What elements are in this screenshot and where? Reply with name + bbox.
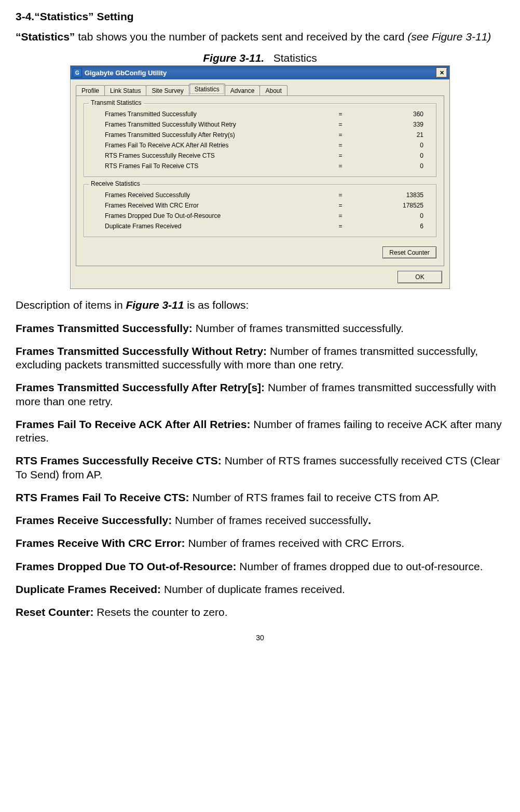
description-item: Frames Dropped Due TO Out-of-Resource: N… — [16, 560, 504, 573]
figure-text: Statistics — [273, 52, 317, 64]
ok-button[interactable]: OK — [398, 271, 442, 283]
equals-icon: = — [309, 121, 372, 128]
table-row: Frames Transmitted Successfully After Re… — [90, 130, 430, 140]
desc-term: Duplicate Frames Received: — [16, 583, 161, 595]
stat-value: 339 — [372, 121, 428, 128]
table-row: Frames Transmitted Successfully = 360 — [90, 109, 430, 119]
desc-intro-figref: Figure 3-11 — [126, 299, 184, 311]
section-heading: 3-4.“Statistics” Setting — [16, 10, 504, 23]
equals-icon: = — [309, 131, 372, 139]
dialog-window: G Gigabyte GbConfig Utility ✕ Profile Li… — [70, 65, 450, 289]
table-row: Frames Fail To Receive ACK After All Ret… — [90, 140, 430, 150]
dialog-screenshot: G Gigabyte GbConfig Utility ✕ Profile Li… — [16, 65, 504, 289]
stat-label: Frames Dropped Due To Out-of-Resource — [105, 212, 309, 219]
page-number: 30 — [16, 634, 504, 642]
tab-site-survey[interactable]: Site Survey — [146, 85, 189, 96]
desc-term: Reset Counter: — [16, 606, 94, 618]
close-icon[interactable]: ✕ — [436, 67, 447, 78]
intro-ital: (see Figure 3-11) — [407, 31, 491, 43]
titlebar: G Gigabyte GbConfig Utility ✕ — [71, 66, 449, 79]
table-row: RTS Frames Successfully Receive CTS = 0 — [90, 150, 430, 161]
desc-text: Number of frames dropped due to out-of-r… — [237, 560, 483, 572]
stat-value: 6 — [372, 223, 428, 230]
stat-label: Frames Received Successfully — [105, 191, 309, 199]
stat-value: 178525 — [372, 202, 428, 209]
description-item: Reset Counter: Resets the counter to zer… — [16, 605, 504, 619]
tab-statistics[interactable]: Statistics — [189, 84, 225, 95]
stat-value: 0 — [372, 162, 428, 170]
app-icon: G — [73, 68, 82, 77]
stat-value: 21 — [372, 131, 428, 139]
window-title: Gigabyte GbConfig Utility — [85, 69, 436, 77]
desc-term: RTS Frames Successfully Receive CTS: — [16, 455, 222, 466]
description-item: Frames Transmitted Successfully: Number … — [16, 322, 504, 335]
figure-gap — [264, 52, 273, 64]
description-intro: Description of items in Figure 3-11 is a… — [16, 298, 504, 312]
reset-counter-button[interactable]: Reset Counter — [382, 246, 436, 258]
equals-icon: = — [309, 202, 372, 209]
description-item: Frames Transmitted Successfully After Re… — [16, 381, 504, 408]
stat-label: Frames Transmitted Successfully — [105, 111, 309, 118]
desc-text: Resets the counter to zero. — [94, 606, 228, 618]
reset-button-row: Reset Counter — [84, 244, 436, 258]
desc-term: Frames Transmitted Successfully Without … — [16, 345, 267, 357]
stat-label: Duplicate Frames Received — [105, 223, 309, 230]
tab-about[interactable]: About — [259, 85, 287, 96]
table-row: Frames Dropped Due To Out-of-Resource = … — [90, 211, 430, 221]
desc-text: Number of frames received with CRC Error… — [185, 537, 404, 549]
description-item: RTS Frames Fail To Receive CTS: Number o… — [16, 491, 504, 504]
table-row: Frames Received With CRC Error = 178525 — [90, 200, 430, 211]
intro-term: “Statistics” — [16, 31, 75, 43]
stat-value: 360 — [372, 111, 428, 118]
equals-icon: = — [309, 111, 372, 118]
description-item: Frames Fail To Receive ACK After All Ret… — [16, 418, 504, 445]
stat-value: 13835 — [372, 191, 428, 199]
tab-profile[interactable]: Profile — [76, 85, 105, 96]
stat-label: RTS Frames Successfully Receive CTS — [105, 152, 309, 159]
desc-term: Frames Fail To Receive ACK After All Ret… — [16, 418, 250, 430]
desc-term: Frames Receive Successfully: — [16, 514, 172, 526]
description-item: Frames Receive With CRC Error: Number of… — [16, 536, 504, 550]
stat-label: Frames Transmitted Successfully After Re… — [105, 131, 309, 139]
table-row: Frames Transmitted Successfully Without … — [90, 119, 430, 130]
desc-intro-after: is as follows: — [184, 299, 249, 311]
desc-term: Frames Transmitted Successfully: — [16, 322, 193, 334]
equals-icon: = — [309, 142, 372, 149]
desc-text: Number of frames received successfully — [172, 514, 368, 526]
equals-icon: = — [309, 162, 372, 170]
receive-group-title: Receive Statistics — [89, 180, 142, 187]
stat-label: Frames Received With CRC Error — [105, 202, 309, 209]
table-row: Duplicate Frames Received = 6 — [90, 221, 430, 231]
table-row: RTS Frames Fail To Receive CTS = 0 — [90, 161, 430, 171]
description-item: Frames Receive Successfully: Number of f… — [16, 514, 504, 527]
tab-link-status[interactable]: Link Status — [104, 85, 146, 96]
desc-text: Number of RTS frames fail to receive CTS… — [189, 491, 440, 503]
transmit-group-title: Transmit Statistics — [89, 99, 144, 106]
desc-trailing-bold: . — [368, 514, 371, 526]
equals-icon: = — [309, 152, 372, 159]
figure-label: Figure 3-11. — [203, 52, 264, 64]
stat-value: 0 — [372, 142, 428, 149]
tab-advance[interactable]: Advance — [225, 85, 261, 96]
tab-panel: Transmit Statistics Frames Transmitted S… — [76, 95, 444, 266]
description-item: RTS Frames Successfully Receive CTS: Num… — [16, 454, 504, 481]
stat-value: 0 — [372, 152, 428, 159]
description-item: Duplicate Frames Received: Number of dup… — [16, 583, 504, 596]
intro-paragraph: “Statistics” tab shows you the number of… — [16, 30, 504, 44]
description-item: Frames Transmitted Successfully Without … — [16, 345, 504, 372]
table-row: Frames Received Successfully = 13835 — [90, 190, 430, 200]
desc-intro-before: Description of items in — [16, 299, 126, 311]
ok-button-row: OK — [71, 268, 449, 288]
desc-term: RTS Frames Fail To Receive CTS: — [16, 491, 189, 503]
figure-caption: Figure 3-11. Statistics — [16, 52, 504, 64]
desc-term: Frames Dropped Due TO Out-of-Resource: — [16, 560, 237, 572]
stat-label: Frames Transmitted Successfully Without … — [105, 121, 309, 128]
desc-term: Frames Receive With CRC Error: — [16, 537, 185, 549]
stat-label: RTS Frames Fail To Receive CTS — [105, 162, 309, 170]
stat-value: 0 — [372, 212, 428, 219]
desc-term: Frames Transmitted Successfully After Re… — [16, 381, 265, 393]
intro-middle: tab shows you the number of packets sent… — [75, 31, 407, 43]
transmit-groupbox: Transmit Statistics Frames Transmitted S… — [84, 103, 436, 177]
tab-strip: Profile Link Status Site Survey Statisti… — [71, 79, 449, 95]
equals-icon: = — [309, 223, 372, 230]
